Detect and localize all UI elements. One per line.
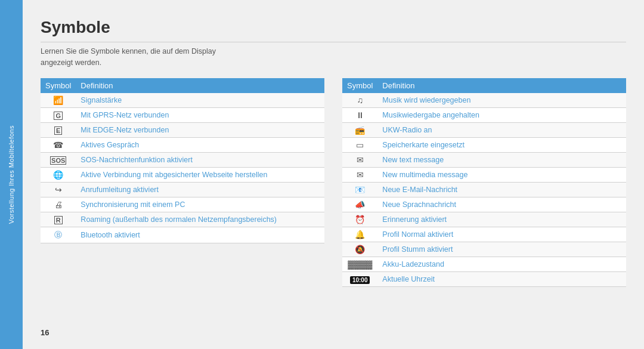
table-row: 10:00 Aktuelle Uhrzeit [342,271,626,286]
table-row: SOS SOS-Nachrichtenfunktion aktiviert [41,152,324,167]
symbol-icon: 📧 [342,182,377,197]
table-row: 📶 Signalstärke [41,93,324,108]
definition-text: Erinnerung aktiviert [377,212,626,227]
definition-text: Profil Normal aktiviert [377,227,626,242]
table-row: 📧 Neue E-Mail-Nachricht [342,182,626,197]
table-row: 🔕 Profil Stumm aktiviert [342,242,626,257]
symbol-icon: Ⓑ [41,227,76,243]
table-row: ⏰ Erinnerung aktiviert [342,212,626,227]
symbol-icon: E [41,122,76,137]
intro-text: Lernen Sie die Symbole kennen, die auf d… [41,46,626,69]
left-table-section: Symbol Definition 📶 Signalstärke G Mit G… [41,78,324,322]
symbol-icon: 📣 [342,197,377,212]
table-row: ↪ Anrufumleitung aktiviert [41,182,324,197]
table-row: ☎ Aktives Gespräch [41,137,324,152]
symbol-icon: ⏰ [342,212,377,227]
page-number: 16 [41,328,626,337]
table-row: 🌐 Aktive Verbindung mit abgesicherter We… [41,167,324,182]
symbol-icon: ▓▓▓▓ [342,257,377,271]
definition-text: New multimedia message [377,167,626,182]
definition-text: Neue E-Mail-Nachricht [377,182,626,197]
right-symbol-header: Symbol [342,78,377,93]
table-row: Ⓑ Bluetooth aktiviert [41,227,324,243]
symbol-icon: R [41,212,76,227]
symbol-icon: 📻 [342,122,377,137]
symbol-icon: 10:00 [342,271,377,286]
symbol-icon: ⏸ [342,107,377,122]
table-row: 🔔 Profil Normal aktiviert [342,227,626,242]
symbol-icon: ↪ [41,182,76,197]
sidebar-label: Vorstellung Ihres Mobiltelefons [8,125,15,224]
definition-text: Mit GPRS-Netz verbunden [76,107,324,122]
definition-text: Musikwiedergabe angehalten [377,107,626,122]
definition-text: Aktuelle Uhrzeit [377,271,626,286]
table-row: ▭ Speicherkarte eingesetzt [342,137,626,152]
right-table: Symbol Definition ♫ Musik wird wiedergeg… [342,78,626,287]
table-row: ♫ Musik wird wiedergegeben [342,93,626,108]
definition-text: Akku-Ladezustand [377,257,626,271]
table-row: G Mit GPRS-Netz verbunden [41,107,324,122]
definition-text: Signalstärke [76,93,324,108]
symbol-icon: 🔔 [342,227,377,242]
definition-text: Speicherkarte eingesetzt [377,137,626,152]
definition-text: SOS-Nachrichtenfunktion aktiviert [76,152,324,167]
right-definition-header: Definition [377,78,626,93]
definition-text: Anrufumleitung aktiviert [76,182,324,197]
table-row: R Roaming (außerhalb des normalen Netzem… [41,212,324,227]
table-row: 📣 Neue Sprachnachricht [342,197,626,212]
table-row: 📻 UKW-Radio an [342,122,626,137]
symbol-icon: SOS [41,152,76,167]
definition-text: Aktive Verbindung mit abgesicherter Webs… [76,167,324,182]
definition-text: Synchronisierung mit einem PC [76,197,324,212]
symbol-icon: ♫ [342,93,377,108]
table-row: ✉ New text message [342,152,626,167]
symbol-icon: ☎ [41,137,76,152]
page-title: Symbole [41,18,626,42]
definition-text: Bluetooth aktiviert [76,227,324,243]
tables-row: Symbol Definition 📶 Signalstärke G Mit G… [41,78,626,322]
definition-text: Aktives Gespräch [76,137,324,152]
table-row: 🖨 Synchronisierung mit einem PC [41,197,324,212]
definition-text: Musik wird wiedergegeben [377,93,626,108]
sidebar: Vorstellung Ihres Mobiltelefons [0,0,23,349]
definition-text: Neue Sprachnachricht [377,197,626,212]
table-row: ⏸ Musikwiedergabe angehalten [342,107,626,122]
symbol-icon: ✉ [342,152,377,167]
symbol-icon: 🌐 [41,167,76,182]
definition-text: New text message [377,152,626,167]
symbol-icon: 🖨 [41,197,76,212]
definition-text: Mit EDGE-Netz verbunden [76,122,324,137]
symbol-icon: 📶 [41,93,76,108]
symbol-icon: 🔕 [342,242,377,257]
table-row: E Mit EDGE-Netz verbunden [41,122,324,137]
definition-text: UKW-Radio an [377,122,626,137]
left-symbol-header: Symbol [41,78,76,93]
symbol-icon: G [41,107,76,122]
time-badge: 10:00 [350,276,370,284]
definition-text: Profil Stumm aktiviert [377,242,626,257]
right-table-section: Symbol Definition ♫ Musik wird wiedergeg… [342,78,626,322]
main-content: Symbole Lernen Sie die Symbole kennen, d… [23,0,644,349]
table-row: ✉ New multimedia message [342,167,626,182]
table-row: ▓▓▓▓ Akku-Ladezustand [342,257,626,271]
symbol-icon: ✉ [342,167,377,182]
symbol-icon: ▭ [342,137,377,152]
left-definition-header: Definition [76,78,324,93]
definition-text: Roaming (außerhalb des normalen Netzempf… [76,212,324,227]
left-table: Symbol Definition 📶 Signalstärke G Mit G… [41,78,324,243]
